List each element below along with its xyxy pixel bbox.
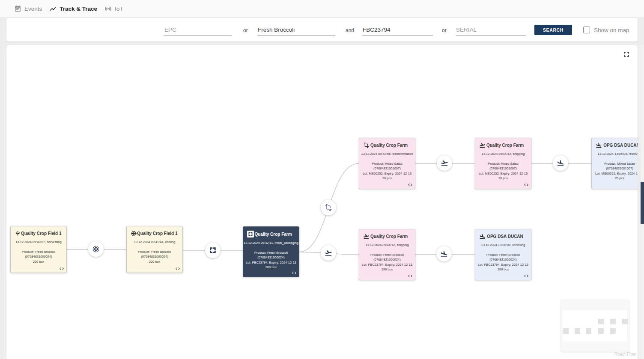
- react-flow-attribution: React Flow: [614, 352, 636, 356]
- flight-takeoff-icon: [479, 142, 486, 148]
- edge-badge-packaging[interactable]: [205, 243, 221, 258]
- node-quantity: 20 pcs: [475, 176, 531, 181]
- code-icon[interactable]: [524, 273, 529, 279]
- node-lot: Lot: MS00252, Expiry: 2024-12-13: [475, 171, 531, 176]
- node-title: Quality Crop Farm: [486, 143, 527, 148]
- minimap-node: [575, 328, 580, 334]
- tab-iot-label: IoT: [115, 6, 123, 12]
- or-label: or: [243, 27, 248, 33]
- tab-iot[interactable]: IoT: [104, 5, 123, 12]
- flow-node-receiving-salad[interactable]: OPG DSA DUCAN 13.12.2024 13:05:04, recei…: [591, 138, 638, 189]
- flow-node-cooling[interactable]: Quality Crop Field 1 13.12.2024 09:41:44…: [126, 226, 183, 273]
- flight-takeoff-icon: [441, 159, 448, 167]
- node-quantity: 199 box: [475, 267, 531, 272]
- node-title: Quality Crop Field 1: [21, 231, 64, 236]
- transform-icon: [325, 204, 332, 211]
- flow-node-transformation[interactable]: Quality Crop Farm 13.12.2024 09:42:55, t…: [359, 138, 415, 189]
- node-lot: Lot: MS00252, Expiry: 2024-12-13: [359, 171, 415, 176]
- flight-landing-icon: [440, 250, 448, 258]
- node-event: 13.12.2024 09:44:12, shipping: [475, 152, 531, 156]
- transform-icon: [363, 142, 370, 148]
- tab-events-label: Events: [24, 6, 42, 12]
- vertical-scrollbar[interactable]: [641, 45, 644, 359]
- top-navigation: Events Track & Trace IoT: [0, 0, 644, 17]
- minimap-node: [598, 319, 604, 324]
- lot-input[interactable]: [362, 25, 433, 36]
- chart-icon: [49, 5, 57, 12]
- code-icon[interactable]: [59, 266, 64, 271]
- node-quantity: 200 box: [243, 265, 299, 270]
- product-input[interactable]: [257, 25, 335, 36]
- edge-badge-receiving[interactable]: [553, 155, 568, 171]
- node-gtin: (07684831000024): [359, 257, 415, 262]
- edge-badge-shipping[interactable]: [321, 245, 336, 261]
- broadcast-icon: [104, 5, 112, 12]
- node-product: Product: Fresh Broccoli: [243, 250, 299, 255]
- tab-track-and-trace[interactable]: Track & Trace: [49, 5, 97, 12]
- code-icon[interactable]: [175, 266, 180, 271]
- code-icon[interactable]: [408, 273, 413, 279]
- node-lot: Lot: FBC23794, Expiry: 2024-12-13: [359, 262, 415, 267]
- minimap-node: [563, 328, 569, 334]
- tab-events[interactable]: Events: [14, 5, 42, 12]
- node-product: Product: Mixed Salad: [592, 161, 638, 166]
- node-quantity: 200 box: [11, 259, 66, 264]
- and-label: and: [346, 27, 354, 33]
- flight-landing-icon: [557, 159, 564, 167]
- epc-input[interactable]: [164, 25, 232, 36]
- flow-minimap[interactable]: [561, 300, 629, 352]
- flow-canvas[interactable]: Quality Crop Field 1 13.12.2024 09:40:07…: [6, 45, 638, 359]
- node-product: Product: Mixed Salad: [359, 161, 415, 166]
- serial-input[interactable]: [456, 25, 526, 36]
- flow-node-harvesting[interactable]: Quality Crop Field 1 13.12.2024 09:40:07…: [10, 226, 67, 273]
- node-title: OPG DSA DUCAN: [486, 234, 527, 239]
- node-event: 13.12.2024 09:44:12, shipping: [359, 243, 415, 247]
- minimap-node: [622, 319, 628, 324]
- node-product: Product: Fresh Broccoli: [359, 252, 415, 257]
- scrollbar-thumb[interactable]: [641, 182, 644, 224]
- code-icon[interactable]: [292, 270, 297, 276]
- node-event: 13.12.2024 09:42:55, transformation: [359, 152, 415, 156]
- node-product: Product: Mixed Salad: [475, 161, 531, 166]
- node-title: Quality Crop Farm: [370, 234, 411, 239]
- flow-node-shipping-salad[interactable]: Quality Crop Farm 13.12.2024 09:44:12, s…: [475, 138, 531, 189]
- node-gtin: (07684831001007): [475, 166, 531, 171]
- edge-badge-shipping[interactable]: [437, 155, 452, 171]
- edge-badge-transformation[interactable]: [321, 200, 336, 215]
- node-product: Product: Fresh Broccoli: [11, 249, 66, 254]
- node-event: 13.12.2024 09:42:11, initial_packaging: [243, 241, 299, 245]
- node-gtin: (07684831000024): [243, 255, 299, 260]
- search-panel: or and or SEARCH Show on map: [6, 18, 638, 42]
- node-title: Quality Crop Field 1: [137, 231, 180, 236]
- tab-track-and-trace-label: Track & Trace: [60, 6, 97, 12]
- node-quantity: 199 box: [359, 267, 415, 272]
- snowflake-icon: [131, 230, 137, 237]
- flight-landing-icon: [479, 233, 486, 240]
- node-quantity: 20 pcs: [359, 176, 415, 181]
- node-quantity: 20 pcs: [592, 176, 638, 181]
- minimap-node: [598, 328, 604, 334]
- node-product: Product: Fresh Broccoli: [127, 249, 182, 254]
- flight-takeoff-icon: [363, 233, 370, 240]
- show-on-map-checkbox[interactable]: [583, 27, 590, 33]
- code-icon[interactable]: [524, 182, 529, 187]
- node-event: 13.12.2024 13:00:00, receiving: [475, 243, 531, 247]
- or-label: or: [442, 27, 447, 33]
- minimap-node: [586, 328, 591, 334]
- node-lot: Lot: FBC23794, Expiry: 2024-12-13: [243, 260, 299, 265]
- flow-node-shipping-broccoli[interactable]: Quality Crop Farm 13.12.2024 09:44:12, s…: [359, 229, 415, 280]
- code-icon[interactable]: [408, 182, 413, 187]
- node-title: Quality Crop Farm: [370, 143, 411, 148]
- node-lot: Lot: FBC23794, Expiry: 2024-12-13: [475, 262, 531, 267]
- edge-badge-cooling[interactable]: [88, 241, 104, 257]
- snowflake-icon: [92, 245, 100, 253]
- calendar-icon: [14, 5, 21, 12]
- search-button[interactable]: SEARCH: [534, 25, 572, 35]
- node-title: OPG DSA DUCAN: [602, 143, 638, 148]
- flow-node-initial-packaging-selected[interactable]: Quality Crop Farm 13.12.2024 09:42:11, i…: [243, 226, 299, 277]
- node-title: Quality Crop Farm: [254, 232, 295, 237]
- edge-badge-receiving[interactable]: [436, 246, 452, 261]
- packaging-icon: [247, 231, 254, 237]
- flow-node-receiving-broccoli[interactable]: OPG DSA DUCAN 13.12.2024 13:00:00, recei…: [475, 229, 531, 280]
- node-gtin: (07684831000024): [127, 254, 182, 259]
